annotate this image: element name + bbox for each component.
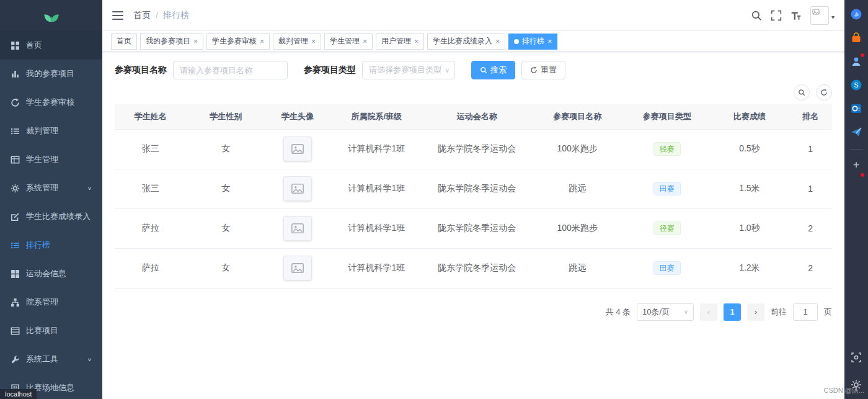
sidebar-item-departments[interactable]: 院系管理: [0, 288, 102, 316]
prev-page-button[interactable]: ‹: [700, 303, 717, 321]
type-tag: 田赛: [653, 182, 681, 195]
cell-project: 100米跑步: [531, 129, 624, 169]
cell-rank: 1: [789, 129, 832, 169]
cell-score: 0.5秒: [710, 129, 789, 169]
search-icon[interactable]: [751, 10, 762, 21]
tab-student-audit[interactable]: 学生参赛审核 ×: [206, 34, 270, 50]
page-number-button[interactable]: 1: [724, 303, 741, 321]
student-avatar-placeholder[interactable]: [283, 216, 312, 241]
sidebar-item-label: 学生比赛成绩录入: [26, 211, 91, 222]
tab-students[interactable]: 学生管理 ×: [324, 34, 373, 50]
notification-dot: [861, 173, 864, 177]
capture-icon[interactable]: [849, 351, 863, 364]
top-navbar: 首页 / 排行榜 ▾: [102, 0, 844, 31]
contacts-icon[interactable]: [849, 55, 863, 68]
sidebar-item-projects[interactable]: 比赛项目: [0, 316, 102, 345]
col-project: 参赛项目名称: [531, 104, 624, 129]
search-icon: [480, 66, 487, 74]
close-icon[interactable]: ×: [193, 38, 198, 45]
reset-button-label: 重置: [541, 65, 557, 76]
goto-label: 前往: [771, 307, 787, 318]
student-avatar-placeholder[interactable]: [283, 137, 312, 161]
project-name-label: 参赛项目名称: [115, 65, 167, 76]
sidebar-item-home[interactable]: 首页: [0, 31, 102, 60]
close-icon[interactable]: ×: [495, 38, 500, 45]
cell-dept: 计算机科学1班: [330, 169, 423, 208]
page-size-select[interactable]: 10条/页 ∨: [637, 303, 694, 321]
project-table-icon: [11, 326, 20, 336]
sidebar-item-system-mgmt[interactable]: 系统管理 ∨: [0, 174, 102, 202]
sidebar-item-label: 系统工具: [26, 354, 58, 365]
user-avatar-menu[interactable]: ▾: [810, 6, 835, 25]
send-plane-icon[interactable]: [849, 125, 863, 139]
select-placeholder: 请选择参赛项目类型: [369, 65, 441, 76]
copilot-icon[interactable]: [849, 7, 863, 21]
tab-label: 学生比赛成绩录入: [433, 36, 492, 47]
refresh-table-icon[interactable]: [816, 84, 832, 101]
tab-judges[interactable]: 裁判管理 ×: [273, 34, 321, 50]
chevron-down-icon: ∨: [445, 67, 450, 74]
student-avatar-placeholder[interactable]: [283, 176, 312, 201]
reset-button[interactable]: 重置: [521, 61, 565, 79]
close-icon[interactable]: ×: [311, 38, 316, 45]
breadcrumb: 首页 / 排行榜: [133, 10, 189, 21]
caret-down-icon: ▾: [831, 14, 835, 20]
tab-label: 裁判管理: [278, 36, 308, 47]
toggle-search-icon[interactable]: [794, 84, 810, 101]
col-avatar: 学生头像: [265, 104, 330, 129]
outlook-icon[interactable]: [849, 102, 863, 115]
table-toolbar: [115, 84, 832, 101]
sidebar-item-students[interactable]: 学生管理: [0, 145, 102, 174]
project-name-input[interactable]: [173, 61, 288, 79]
close-icon[interactable]: ×: [547, 38, 552, 45]
type-tag: 径赛: [653, 222, 681, 235]
close-icon[interactable]: ×: [363, 38, 367, 45]
sidebar-item-label: 运动会信息: [26, 268, 66, 279]
score-entry-icon: [11, 212, 20, 222]
breadcrumb-current: 排行榜: [163, 10, 189, 21]
sidebar-item-judges[interactable]: 裁判管理: [0, 117, 102, 145]
cell-score: 1.0秒: [710, 208, 789, 248]
col-student-name: 学生姓名: [115, 104, 187, 129]
project-type-select[interactable]: 请选择参赛项目类型 ∨: [362, 61, 455, 79]
col-rank: 排名: [789, 104, 832, 129]
search-button[interactable]: 搜索: [471, 61, 515, 79]
shopping-icon[interactable]: [849, 31, 863, 45]
fullscreen-icon[interactable]: [771, 10, 782, 21]
sidebar-item-score-entry[interactable]: 学生比赛成绩录入: [0, 202, 102, 231]
next-page-button[interactable]: ›: [747, 303, 764, 321]
skype-icon[interactable]: S: [849, 78, 863, 92]
sidebar-item-system-tools[interactable]: 系统工具 ∨: [0, 345, 102, 374]
sidebar-item-student-audit[interactable]: 学生参赛审核: [0, 88, 102, 117]
app-logo: [0, 0, 102, 31]
active-tab-dot: [514, 39, 519, 44]
sidebar-item-my-projects[interactable]: 我的参赛项目: [0, 60, 102, 88]
main-area: 首页 / 排行榜 ▾ 首页 我的参赛项目 × 学生参赛审核 × 裁判管理: [102, 0, 844, 399]
cell-project: 跳远: [531, 169, 624, 208]
sidebar-item-label: 院系管理: [26, 297, 58, 308]
close-icon[interactable]: ×: [414, 38, 418, 45]
page-content: 参赛项目名称 参赛项目类型 请选择参赛项目类型 ∨ 搜索 重置: [102, 52, 844, 399]
sidebar-item-sports-info[interactable]: 运动会信息: [0, 259, 102, 288]
font-size-icon[interactable]: [790, 10, 802, 21]
tab-ranking[interactable]: 排行榜 ×: [508, 34, 557, 50]
close-icon[interactable]: ×: [260, 38, 264, 45]
tab-home[interactable]: 首页: [111, 34, 137, 50]
cell-gender: 女: [187, 169, 265, 208]
goto-page-input[interactable]: [793, 303, 818, 321]
gear-icon: [11, 184, 20, 193]
student-avatar-placeholder[interactable]: [283, 256, 312, 280]
tab-score-entry[interactable]: 学生比赛成绩录入 ×: [427, 34, 505, 50]
cell-project: 100米跑步: [531, 208, 624, 248]
sidebar-item-ranking[interactable]: 排行榜: [0, 231, 102, 259]
cell-dept: 计算机科学1班: [330, 208, 423, 248]
add-app-icon[interactable]: +: [853, 159, 860, 171]
sidebar-item-label: 比赛项目: [26, 325, 58, 336]
project-type-label: 参赛项目类型: [304, 65, 356, 76]
hamburger-icon[interactable]: [112, 11, 123, 20]
col-gender: 学生性别: [187, 104, 265, 129]
tab-users[interactable]: 用户管理 ×: [376, 34, 424, 50]
breadcrumb-home[interactable]: 首页: [133, 10, 151, 21]
tab-my-projects[interactable]: 我的参赛项目 ×: [140, 34, 203, 50]
navbar-actions: ▾: [751, 6, 835, 25]
